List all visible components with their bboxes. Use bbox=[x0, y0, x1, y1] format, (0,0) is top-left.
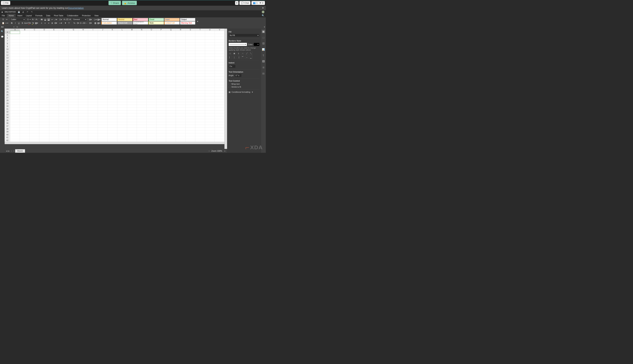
cell[interactable] bbox=[117, 88, 127, 91]
cell[interactable] bbox=[117, 119, 127, 122]
cell[interactable] bbox=[166, 51, 176, 54]
cell[interactable] bbox=[10, 31, 20, 34]
cell[interactable] bbox=[30, 62, 39, 65]
cell[interactable] bbox=[117, 54, 127, 56]
cell[interactable] bbox=[195, 133, 205, 136]
cell[interactable] bbox=[185, 79, 195, 82]
cell[interactable] bbox=[88, 102, 98, 105]
cell[interactable] bbox=[49, 48, 59, 51]
menu-tab-collaboration[interactable]: Collaboration bbox=[65, 14, 80, 18]
cell[interactable] bbox=[127, 110, 137, 114]
cell[interactable] bbox=[69, 79, 78, 82]
slicer-settings-icon[interactable]: ▤ bbox=[262, 72, 265, 75]
cell[interactable] bbox=[39, 79, 49, 82]
cell[interactable] bbox=[205, 108, 215, 111]
style-input[interactable]: Input bbox=[164, 18, 179, 21]
named-range-icon[interactable]: ▭▾ bbox=[59, 22, 62, 24]
cell[interactable] bbox=[146, 51, 156, 54]
cell[interactable] bbox=[78, 82, 88, 85]
cell[interactable] bbox=[215, 130, 224, 133]
border-bottom-icon[interactable]: ▁ bbox=[250, 56, 253, 59]
cell[interactable] bbox=[78, 79, 88, 82]
cell[interactable] bbox=[49, 34, 59, 37]
cell[interactable] bbox=[69, 99, 78, 102]
cell[interactable] bbox=[10, 102, 20, 105]
subscript-button[interactable]: A₂▾ bbox=[25, 22, 28, 24]
cell[interactable] bbox=[10, 88, 20, 91]
cell[interactable] bbox=[117, 74, 127, 76]
format-painter-icon[interactable]: ⟿ bbox=[5, 22, 8, 24]
cell[interactable] bbox=[98, 128, 108, 130]
align-top-icon[interactable]: ⬒ bbox=[40, 18, 43, 21]
cell[interactable] bbox=[195, 105, 205, 108]
cell[interactable] bbox=[10, 62, 20, 65]
cell[interactable] bbox=[59, 36, 69, 40]
border-right-icon[interactable]: ▕ bbox=[237, 56, 240, 59]
cell[interactable] bbox=[39, 76, 49, 80]
cell[interactable] bbox=[156, 71, 166, 74]
cell-styles-gallery[interactable]: NormalNeutralBadGoodInputOutputCalculati… bbox=[101, 18, 195, 24]
cell[interactable] bbox=[215, 56, 224, 60]
cell[interactable] bbox=[88, 74, 98, 76]
cell[interactable] bbox=[20, 105, 30, 108]
row-header[interactable]: 6 bbox=[5, 36, 10, 40]
fill-color-button[interactable]: ◊▾ bbox=[32, 22, 35, 24]
col-header[interactable]: J bbox=[98, 28, 108, 31]
cell[interactable] bbox=[10, 96, 20, 99]
cell[interactable] bbox=[146, 88, 156, 91]
row-header[interactable]: 32 bbox=[5, 110, 10, 114]
cell[interactable] bbox=[20, 128, 30, 130]
col-header[interactable]: C bbox=[30, 28, 39, 31]
cell[interactable] bbox=[39, 139, 49, 142]
cell[interactable] bbox=[20, 133, 30, 136]
cell[interactable] bbox=[108, 133, 117, 136]
cell[interactable] bbox=[185, 51, 195, 54]
cell[interactable] bbox=[215, 110, 224, 114]
cell[interactable] bbox=[205, 105, 215, 108]
cell[interactable] bbox=[39, 133, 49, 136]
cell[interactable] bbox=[176, 31, 185, 34]
cell[interactable] bbox=[205, 99, 215, 102]
border-vmid-icon[interactable]: │ bbox=[233, 56, 236, 59]
cell[interactable] bbox=[185, 54, 195, 56]
row-header[interactable]: 30 bbox=[5, 105, 10, 108]
cell[interactable] bbox=[39, 31, 49, 34]
cell[interactable] bbox=[20, 99, 30, 102]
cell[interactable] bbox=[49, 79, 59, 82]
cell[interactable] bbox=[117, 139, 127, 142]
menu-tab-data[interactable]: Data bbox=[44, 14, 52, 18]
cell[interactable] bbox=[146, 116, 156, 119]
cell[interactable] bbox=[127, 34, 137, 37]
cell[interactable] bbox=[10, 48, 20, 51]
search-icon[interactable]: 🔍 bbox=[1, 30, 4, 33]
cell[interactable] bbox=[117, 62, 127, 65]
col-header[interactable]: V bbox=[215, 28, 224, 31]
cell[interactable] bbox=[108, 31, 117, 34]
cell[interactable] bbox=[176, 56, 185, 60]
cell[interactable] bbox=[30, 105, 39, 108]
col-header[interactable]: M bbox=[127, 28, 137, 31]
conditional-formatting-button[interactable]: ▦Conditional formatting▾ bbox=[229, 91, 259, 93]
cell[interactable] bbox=[88, 31, 98, 34]
cell[interactable] bbox=[156, 59, 166, 62]
cell[interactable] bbox=[146, 114, 156, 116]
cell[interactable] bbox=[156, 133, 166, 136]
cell[interactable] bbox=[215, 94, 224, 96]
row-header[interactable]: 23 bbox=[5, 85, 10, 88]
cell[interactable] bbox=[185, 136, 195, 139]
cell[interactable] bbox=[127, 136, 137, 139]
cell[interactable] bbox=[205, 110, 215, 114]
cell[interactable] bbox=[39, 62, 49, 65]
cell[interactable] bbox=[20, 125, 30, 128]
cell[interactable] bbox=[156, 36, 166, 40]
cell[interactable] bbox=[215, 62, 224, 65]
cell[interactable] bbox=[185, 82, 195, 85]
cell[interactable] bbox=[166, 114, 176, 116]
cell[interactable] bbox=[10, 68, 20, 71]
row-header[interactable]: 28 bbox=[5, 99, 10, 102]
cell[interactable] bbox=[127, 90, 137, 94]
cell[interactable] bbox=[205, 122, 215, 125]
cell[interactable] bbox=[30, 130, 39, 133]
select-all-corner[interactable] bbox=[5, 28, 10, 31]
cell[interactable] bbox=[215, 51, 224, 54]
